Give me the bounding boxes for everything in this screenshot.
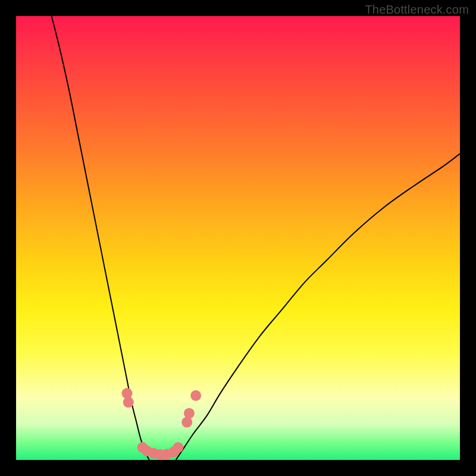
data-marker [190, 390, 201, 401]
plot-area [16, 16, 460, 460]
watermark-text: TheBottleneck.com [365, 3, 469, 17]
curve-left [52, 16, 149, 460]
curve-layer [16, 16, 460, 460]
data-marker [123, 397, 134, 408]
data-marker [184, 408, 195, 419]
curve-right [176, 154, 460, 460]
data-marker [173, 442, 183, 453]
marker-group [122, 388, 202, 460]
chart-frame: TheBottleneck.com [0, 0, 476, 476]
